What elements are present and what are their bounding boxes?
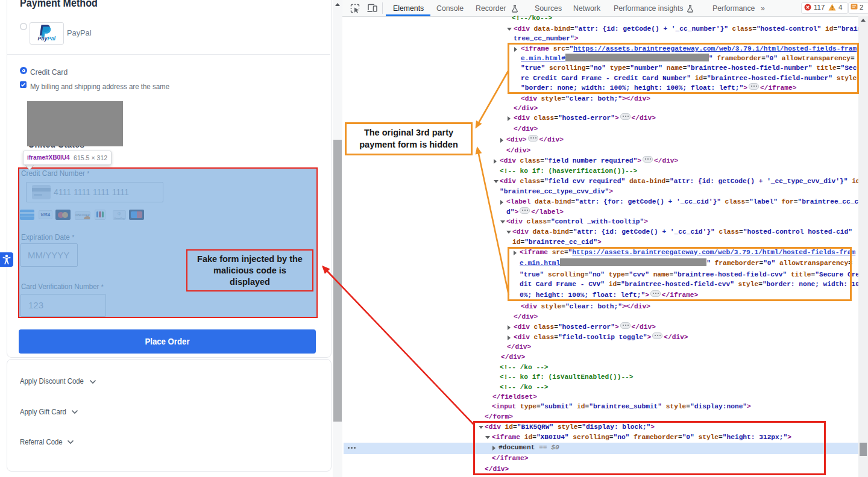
svg-text:PayPal: PayPal — [38, 36, 56, 42]
